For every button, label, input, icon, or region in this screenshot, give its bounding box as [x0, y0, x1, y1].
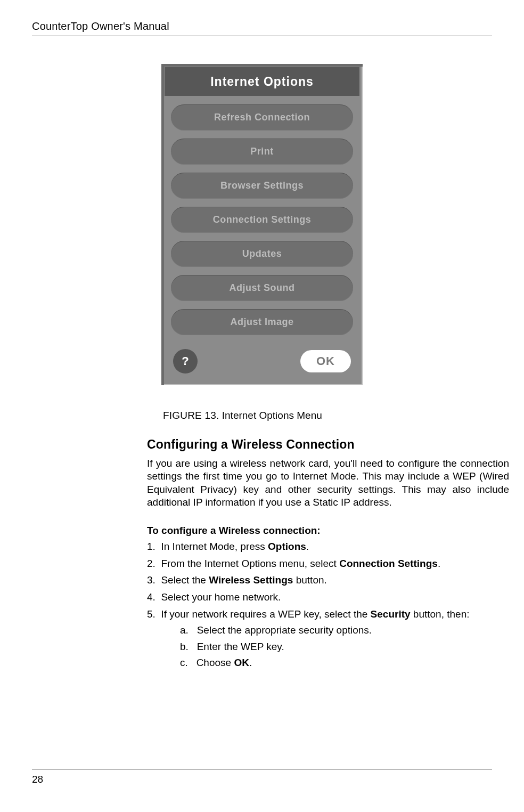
- panel-bottom-row: ? OK: [161, 335, 363, 373]
- page-number: 28: [32, 774, 43, 785]
- step-4-text: Select your home network.: [161, 591, 281, 603]
- updates-button[interactable]: Updates: [171, 241, 353, 267]
- manual-page: CounterTop Owner's Manual Internet Optio…: [0, 0, 524, 812]
- step-1-post: .: [306, 541, 309, 552]
- connection-settings-button[interactable]: Connection Settings: [171, 207, 353, 233]
- substep-c-post: .: [249, 657, 252, 668]
- adjust-sound-button[interactable]: Adjust Sound: [171, 275, 353, 301]
- refresh-connection-button[interactable]: Refresh Connection: [171, 104, 353, 131]
- section-heading: Configuring a Wireless Connection: [147, 437, 509, 452]
- substep-b-text: Enter the WEP key.: [197, 641, 284, 652]
- step-1-bold: Options: [268, 541, 306, 552]
- substep-c: c. Choose OK.: [161, 656, 509, 670]
- figure-wrap: Internet Options Refresh Connection Prin…: [32, 64, 492, 385]
- step-2-bold: Connection Settings: [339, 558, 438, 569]
- substep-c-pre: Choose: [196, 657, 234, 668]
- step-5-bold: Security: [371, 608, 411, 620]
- step-2: 2. From the Internet Options menu, selec…: [147, 557, 509, 571]
- step-3-post: button.: [293, 574, 326, 586]
- step-5-pre: If your network requires a WEP key, sele…: [161, 608, 370, 620]
- step-4: 4. Select your home network.: [147, 590, 509, 605]
- step-2-pre: From the Internet Options menu, select: [161, 558, 339, 569]
- step-3-bold: Wireless Settings: [209, 574, 293, 586]
- options-list: Refresh Connection Print Browser Setting…: [161, 104, 363, 335]
- substep-c-bold: OK: [234, 657, 249, 668]
- help-button[interactable]: ?: [173, 349, 198, 373]
- procedure-steps: 1. In Internet Mode, press Options. 2. F…: [147, 540, 509, 670]
- step-3-pre: Select the: [161, 574, 209, 586]
- body-column: FIGURE 13. Internet Options Menu Configu…: [147, 410, 509, 670]
- browser-settings-button[interactable]: Browser Settings: [171, 173, 353, 199]
- section-intro: If you are using a wireless network card…: [147, 457, 509, 509]
- step-3: 3. Select the Wireless Settings button.: [147, 573, 509, 588]
- procedure-heading: To configure a Wireless connection:: [147, 525, 509, 537]
- adjust-image-button[interactable]: Adjust Image: [171, 309, 353, 335]
- panel-title: Internet Options: [165, 67, 359, 96]
- page-footer: 28: [32, 769, 492, 785]
- substep-a: a. Select the appropriate security optio…: [161, 623, 509, 638]
- figure-caption-text: Internet Options Menu: [222, 410, 322, 421]
- figure-caption: FIGURE 13. Internet Options Menu: [163, 410, 509, 421]
- substep-a-text: Select the appropriate security options.: [197, 624, 372, 636]
- ok-button[interactable]: OK: [300, 350, 351, 372]
- figure-label: FIGURE 13.: [163, 410, 219, 421]
- step-1: 1. In Internet Mode, press Options.: [147, 540, 509, 554]
- step-1-pre: In Internet Mode, press: [161, 541, 268, 552]
- substep-b: b. Enter the WEP key.: [161, 640, 509, 654]
- step-5-post: button, then:: [411, 608, 470, 620]
- step-2-post: .: [438, 558, 440, 569]
- print-button[interactable]: Print: [171, 139, 353, 165]
- internet-options-panel: Internet Options Refresh Connection Prin…: [161, 64, 363, 385]
- substeps: a. Select the appropriate security optio…: [161, 623, 509, 670]
- step-5: 5. If your network requires a WEP key, s…: [147, 607, 509, 670]
- running-header: CounterTop Owner's Manual: [32, 20, 492, 36]
